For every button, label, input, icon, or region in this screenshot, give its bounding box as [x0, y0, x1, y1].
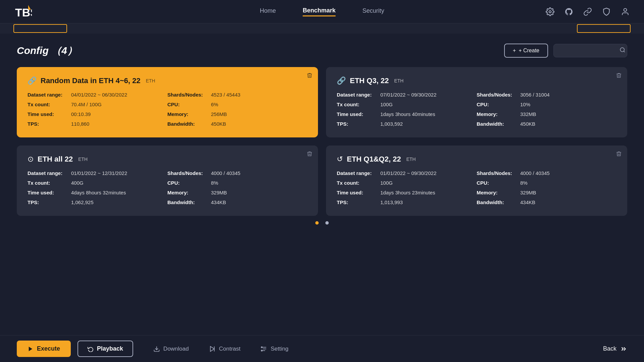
svg-marker-6 — [29, 347, 33, 351]
card-3-tps-value: 1,062,925 — [71, 199, 94, 205]
card-4-tps-row: TPS: 1,013,993 — [337, 199, 477, 205]
logo: TBS — [13, 2, 32, 21]
config-title-text: Config — [17, 45, 49, 56]
pagination-dot-2[interactable] — [325, 221, 329, 225]
nav-security[interactable]: Security — [363, 7, 384, 16]
svg-marker-8 — [210, 346, 214, 351]
card-2-tps-row: TPS: 1,003,592 — [337, 121, 477, 127]
card-2-title: ETH Q3, 22 — [350, 76, 389, 85]
card-4-dataset-value: 01/01/2022 ~ 09/30/2022 — [380, 170, 436, 176]
nav-home[interactable]: Home — [260, 7, 276, 16]
card-1-dataset-value: 04/01/2022 ~ 06/30/2022 — [71, 92, 127, 98]
link-icon[interactable] — [582, 6, 593, 17]
pagination-dot-1[interactable] — [315, 221, 319, 225]
card-4[interactable]: ↺ ETH Q1&Q2, 22 ETH Dataset range: 01/01… — [326, 145, 627, 216]
card-3-bandwidth-value: 434KB — [211, 199, 226, 205]
card-3-txcount-value: 400G — [71, 180, 84, 186]
card-4-timeused-label: Time used: — [337, 190, 380, 195]
card-1[interactable]: 🔗 Random Data in ETH 4~6, 22 ETH Dataset… — [17, 67, 318, 137]
card-3[interactable]: ⊙ ETH all 22 ETH Dataset range: 01/01/20… — [17, 145, 318, 216]
card-2[interactable]: 🔗 ETH Q3, 22 ETH Dataset range: 07/01/20… — [326, 67, 627, 137]
back-button[interactable]: Back — [603, 345, 627, 353]
card-2-cpu-label: CPU: — [477, 102, 520, 107]
card-2-dataset-value: 07/01/2022 ~ 09/30/2022 — [380, 92, 436, 98]
subheader-right-indicator — [577, 24, 631, 33]
bottom-bar: Execute Playback Download Contrast Setti… — [0, 335, 644, 362]
card-3-dataset-row: Dataset range: 01/01/2022 ~ 12/31/2022 — [28, 170, 167, 176]
card-1-txcount-value: 70.4M / 100G — [71, 102, 102, 107]
playback-button[interactable]: Playback — [77, 341, 133, 357]
card-2-timeused-row: Time used: 1days 3hours 40minutes — [337, 111, 477, 117]
card-2-txcount-value: 100G — [380, 102, 393, 107]
card-3-bandwidth-row: Bandwidth: 434KB — [167, 199, 307, 205]
card-4-memory-value: 329MB — [520, 190, 536, 195]
setting-action[interactable]: Setting — [261, 346, 288, 352]
card-1-delete-icon[interactable] — [307, 72, 313, 80]
card-2-cpu-value: 10% — [520, 102, 530, 107]
github-icon[interactable] — [564, 6, 574, 17]
setting-label: Setting — [271, 346, 288, 352]
card-4-stats: Dataset range: 01/01/2022 ~ 09/30/2022 S… — [337, 170, 616, 206]
card-2-tag: ETH — [394, 78, 404, 83]
search-icon[interactable] — [620, 47, 626, 54]
card-1-shards-label: Shards/Nodes: — [167, 92, 211, 98]
card-2-icon: 🔗 — [337, 76, 346, 85]
card-2-tps-label: TPS: — [337, 121, 380, 127]
download-label: Download — [163, 346, 189, 352]
user-icon[interactable] — [620, 6, 631, 17]
card-2-timeused-label: Time used: — [337, 111, 380, 117]
search-box — [553, 44, 627, 57]
card-3-cpu-label: CPU: — [167, 180, 211, 186]
nav-benchmark[interactable]: Benchmark — [303, 7, 335, 16]
create-button[interactable]: + + Create — [504, 44, 548, 58]
card-2-memory-label: Memory: — [477, 111, 520, 117]
card-4-cpu-value: 8% — [520, 180, 528, 186]
card-2-txcount-label: Tx count: — [337, 102, 380, 107]
config-title: Config （4） — [17, 44, 77, 58]
card-2-delete-icon[interactable] — [616, 72, 622, 80]
download-action[interactable]: Download — [153, 346, 189, 352]
card-4-txcount-label: Tx count: — [337, 180, 380, 186]
card-1-dataset-label: Dataset range: — [28, 92, 71, 98]
contrast-action[interactable]: Contrast — [209, 346, 240, 352]
card-3-bandwidth-label: Bandwidth: — [167, 199, 211, 205]
card-3-icon: ⊙ — [28, 155, 34, 164]
playback-label: Playback — [97, 345, 123, 352]
execute-button[interactable]: Execute — [17, 341, 71, 357]
card-3-memory-value: 329MB — [211, 190, 227, 195]
card-4-timeused-value: 1days 3hours 23minutes — [380, 190, 435, 195]
subheader-left-indicator — [13, 24, 67, 33]
card-4-tag: ETH — [406, 157, 416, 162]
card-4-memory-label: Memory: — [477, 190, 520, 195]
settings-icon[interactable] — [545, 6, 555, 17]
card-3-shards-value: 4000 / 40345 — [211, 170, 240, 176]
card-4-delete-icon[interactable] — [616, 151, 622, 159]
card-1-timeused-label: Time used: — [28, 111, 71, 117]
card-3-txcount-row: Tx count: 400G — [28, 180, 167, 186]
card-2-dataset-row: Dataset range: 07/01/2022 ~ 09/30/2022 — [337, 92, 477, 98]
shield-icon[interactable] — [601, 6, 612, 17]
card-4-shards-row: Shards/Nodes: 4000 / 40345 — [477, 170, 616, 176]
card-1-tag: ETH — [146, 78, 155, 83]
svg-point-3 — [549, 10, 551, 13]
card-3-delete-icon[interactable] — [307, 151, 313, 159]
card-4-cpu-row: CPU: 8% — [477, 180, 616, 186]
config-count: （4） — [51, 45, 77, 56]
config-actions: + + Create — [504, 44, 627, 58]
subheader — [0, 23, 644, 34]
card-2-shards-row: Shards/Nodes: 3056 / 31004 — [477, 92, 616, 98]
card-1-memory-value: 256MB — [211, 111, 227, 117]
card-3-tps-label: TPS: — [28, 199, 71, 205]
search-input[interactable] — [559, 48, 620, 54]
card-3-txcount-label: Tx count: — [28, 180, 71, 186]
card-2-bandwidth-value: 450KB — [520, 121, 535, 127]
card-1-shards-value: 4523 / 45443 — [211, 92, 240, 98]
main-nav: Home Benchmark Security — [260, 7, 384, 16]
create-label: + Create — [519, 48, 539, 54]
card-3-memory-label: Memory: — [167, 190, 211, 195]
svg-point-5 — [620, 48, 624, 52]
card-3-timeused-value: 4days 8hours 32minutes — [71, 190, 126, 195]
card-2-title-row: 🔗 ETH Q3, 22 ETH — [337, 76, 616, 85]
card-1-shards-row: Shards/Nodes: 4523 / 45443 — [167, 92, 307, 98]
card-4-bandwidth-value: 434KB — [520, 199, 535, 205]
